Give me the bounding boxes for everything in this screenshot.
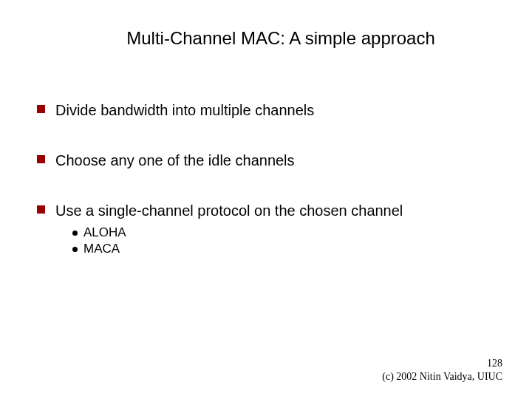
dot-bullet-icon — [72, 247, 78, 252]
sub-bullet-text: MACA — [83, 241, 120, 257]
bullet-item: Divide bandwidth into multiple channels — [37, 100, 495, 120]
square-bullet-icon — [37, 155, 45, 163]
slide-title: Multi-Channel MAC: A simple approach — [37, 28, 495, 49]
bullet-item: Choose any one of the idle channels — [37, 151, 495, 170]
copyright-text: (c) 2002 Nitin Vaidya, UIUC — [382, 370, 502, 383]
bullet-text: Divide bandwidth into multiple channels — [55, 100, 314, 120]
slide-footer: 128 (c) 2002 Nitin Vaidya, UIUC — [382, 357, 502, 383]
sub-bullet-list: ALOHA MACA — [37, 225, 495, 257]
square-bullet-icon — [37, 205, 45, 214]
page-number: 128 — [382, 357, 502, 370]
sub-bullet-item: MACA — [72, 241, 495, 257]
slide: Multi-Channel MAC: A simple approach Div… — [0, 0, 532, 399]
bullet-list: Divide bandwidth into multiple channels … — [37, 100, 495, 220]
sub-bullet-item: ALOHA — [72, 225, 495, 241]
dot-bullet-icon — [72, 231, 78, 236]
square-bullet-icon — [37, 105, 45, 113]
bullet-item: Use a single-channel protocol on the cho… — [37, 201, 495, 220]
bullet-text: Use a single-channel protocol on the cho… — [55, 201, 403, 220]
bullet-text: Choose any one of the idle channels — [55, 151, 295, 170]
sub-bullet-text: ALOHA — [83, 225, 126, 241]
